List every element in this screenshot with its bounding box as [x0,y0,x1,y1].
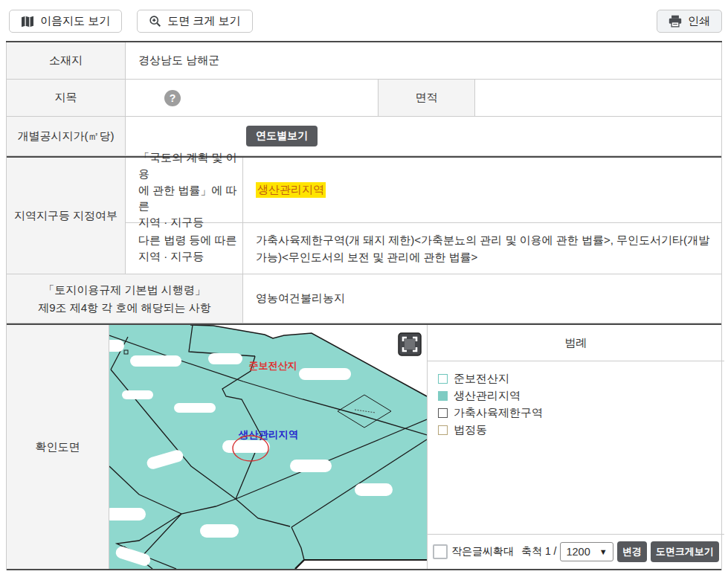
yearly-price-button[interactable]: 연도별보기 [246,126,318,146]
legend-label: 법정동 [454,423,487,437]
change-scale-button[interactable]: 변경 [617,541,647,562]
legend-swatch [438,374,448,384]
other-laws-value: 가축사육제한구역(개 돼지 제한)<가축분뇨의 관리 및 이용에 관한 법률>,… [243,223,721,274]
row-confirm-drawing: 확인도면 [7,325,721,570]
scale-select[interactable]: 1200 ▼ [560,542,613,561]
print-button[interactable]: 인쇄 [657,10,722,33]
row-official-price: 개별공시지가(㎡당) 연도별보기 [7,117,721,156]
print-label: 인쇄 [688,14,710,28]
legend-label: 가축사육제한구역 [454,406,543,420]
eum-map-view-button[interactable]: 이음지도 보기 [9,10,122,33]
row-other-laws: 다른 법령 등에 따른 지역 · 지구등 가축사육제한구역(개 돼지 제한)<가… [126,223,721,274]
land-category-label: 지목 [7,80,126,116]
map-label-red: 준보전산지 [249,360,297,371]
legend-swatch [438,425,448,435]
cadastral-map[interactable]: 준보전산지 생산관리지역 [109,325,427,569]
legend-items: 준보전산지 생산관리지역 가축사육제한구역 법정동 [428,361,724,534]
chevron-down-icon: ▼ [599,547,608,556]
row-enforcement-decree: 「토지이용규제 기본법 시행령」 제9조 제4항 각 호에 해당되는 사항 영농… [7,274,721,323]
map-label-blue: 생산관리지역 [238,429,299,440]
zone-highlight: 생산관리지역 [256,182,326,198]
small-text-checkbox[interactable] [433,544,448,559]
help-glyph: ? [170,92,176,104]
row-zone-designation: 지역지구등 지정여부 「국토의 계획 및 이용 에 관한 법률」에 따른 지역 … [7,158,721,274]
scale-value: 1200 [566,546,590,558]
cadastral-map-svg[interactable]: 준보전산지 생산관리지역 [109,325,427,569]
national-law-value: 생산관리지역 [243,158,721,222]
map-controls: 작은글씨확대 축척 1 / 1200 ▼ 변경 도면크게보기 [428,534,724,569]
legend-label: 준보전산지 [454,372,509,386]
eum-map-view-label: 이음지도 보기 [40,14,110,28]
land-use-info-page: 이음지도 보기 도면 크게 보기 인쇄 소재지 경상남도 남해군 지목 ? [0,0,728,580]
help-icon[interactable]: ? [164,90,181,106]
legend-label: 생산관리지역 [454,389,521,403]
legend-swatch [438,408,448,418]
enlarge-view-label: 도면 크게 보기 [167,14,240,28]
legend-title: 범례 [428,325,724,361]
national-law-label: 「국토의 계획 및 이용 에 관한 법률」에 따른 지역 · 지구등 [126,158,243,222]
small-text-label: 작은글씨확대 [451,545,514,558]
enforcement-decree-label: 「토지이용규제 기본법 시행령」 제9조 제4항 각 호에 해당되는 사항 [7,274,243,323]
legend-item: 생산관리지역 [438,387,714,405]
row-location: 소재지 경상남도 남해군 [7,42,721,80]
fullscreen-icon[interactable] [398,332,422,356]
map-icon [21,16,34,28]
enforcement-decree-value: 영농여건불리농지 [243,274,721,323]
zoom-in-icon [149,15,161,28]
confirm-drawing-label: 확인도면 [7,325,109,569]
location-value: 경상남도 남해군 [126,42,721,79]
legend-panel: 범례 준보전산지 생산관리지역 가축사육제한구역 [427,325,724,569]
map-outside-area-bottom [295,560,427,569]
location-label: 소재지 [7,42,126,79]
zone-designation-label: 지역지구등 지정여부 [7,158,126,274]
toolbar: 이음지도 보기 도면 크게 보기 인쇄 [6,0,722,42]
parcel-info-table: 소재지 경상남도 남해군 지목 ? 면적 개별공시지가(㎡당) 연도별보기 지역… [6,42,722,570]
printer-icon [669,15,682,28]
area-label: 면적 [379,80,475,116]
scale-prefix-label: 축척 1 / [521,545,556,558]
land-category-value: ? [126,80,379,116]
legend-swatch [438,391,448,401]
official-price-label: 개별공시지가(㎡당) [7,117,126,155]
other-laws-label: 다른 법령 등에 따른 지역 · 지구등 [126,223,243,274]
row-national-law: 「국토의 계획 및 이용 에 관한 법률」에 따른 지역 · 지구등 생산관리지… [126,158,721,223]
legend-item: 법정동 [438,422,714,439]
legend-item: 준보전산지 [438,370,714,387]
area-value [475,80,721,116]
legend-item: 가축사육제한구역 [438,405,714,422]
enlarge-view-button[interactable]: 도면 크게 보기 [137,10,252,33]
enlarge-drawing-button[interactable]: 도면크게보기 [651,541,719,562]
row-category-area: 지목 ? 면적 [7,80,721,117]
